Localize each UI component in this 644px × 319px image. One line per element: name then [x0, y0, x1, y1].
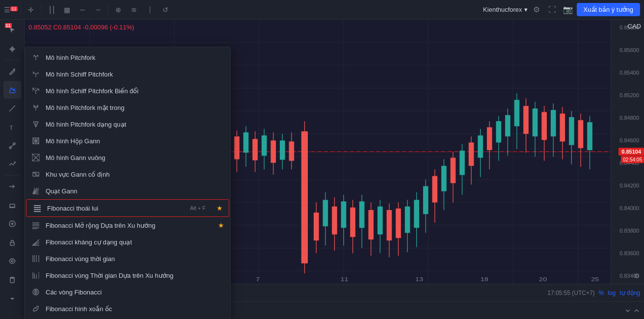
- svg-rect-183: [560, 113, 565, 141]
- toolbar-indicator-icon[interactable]: ≋: [127, 3, 141, 17]
- menu-item-fib-ret-star[interactable]: ★: [216, 204, 223, 212]
- toolbar-area-icon[interactable]: ╌: [91, 3, 105, 17]
- menu-item-gann-box[interactable]: Mô hình Hộp Gann: [25, 133, 230, 149]
- toolbar-alert-icon[interactable]: ⏐: [143, 3, 157, 17]
- svg-rect-185: [569, 117, 574, 145]
- bottom-right: 17:05:55 (UTC+7) % log tự động: [547, 290, 640, 296]
- top-toolbar: ☰ 11 ✛ ⎥⎥ ▦ ─ ╌ ⊕ ≋ ⏐ ↺ Kienthucforex ▾ …: [0, 0, 644, 20]
- menu-item-gann-fixed-label: Khu vực Gann cố định: [46, 171, 224, 178]
- menu-item-fib-ext[interactable]: Fibonacci Mở rộng Dựa trên Xu hướng ★: [25, 217, 230, 234]
- current-price-badge: 0.85104: [618, 148, 644, 156]
- price-tick-6: 0.84600: [613, 137, 642, 143]
- price-tick-9: 0.84000: [613, 205, 642, 211]
- menu-item-fib-time[interactable]: Fibonacci vùng thời gian: [25, 250, 230, 267]
- fib-time-icon: [31, 254, 41, 264]
- sidebar-forecast-tool[interactable]: [3, 156, 21, 173]
- price-tick-8: 0.84200: [613, 183, 642, 188]
- menu-item-fib-fan[interactable]: Fibonacci kháng cự dạng quạt: [25, 234, 230, 250]
- svg-text:7: 7: [256, 276, 260, 282]
- sidebar-crosshair-tool[interactable]: [3, 40, 21, 58]
- menu-item-fib-ret[interactable]: Fibonacci thoái lui Alt + F ★: [26, 199, 229, 217]
- menu-item-schiff2[interactable]: Mô hình Schiff Pitchfork Biến đổi: [25, 82, 230, 99]
- toolbar-separator-1: [21, 5, 21, 15]
- svg-rect-157: [441, 166, 447, 191]
- sidebar-text-tool[interactable]: T: [3, 118, 21, 136]
- svg-rect-17: [10, 278, 14, 283]
- settings-button[interactable]: ⚙: [530, 3, 543, 17]
- svg-rect-173: [514, 100, 520, 126]
- percent-toggle[interactable]: %: [599, 290, 604, 296]
- sidebar-lock-tool[interactable]: [3, 234, 21, 251]
- svg-rect-171: [505, 115, 510, 136]
- tab-collapse-button[interactable]: [624, 307, 640, 314]
- menu-item-schiff-label: Mô hình Schiff Pitchfork: [46, 71, 224, 78]
- svg-point-16: [11, 260, 13, 262]
- timestamp-display: 17:05:55 (UTC+7): [547, 290, 594, 296]
- log-toggle[interactable]: log: [608, 290, 616, 296]
- menu-item-fib-time2[interactable]: Fibonacci vùng Thời gian Dựa trên Xu hướ…: [25, 267, 230, 284]
- menu-item-fib-ext-star[interactable]: ★: [218, 221, 224, 229]
- svg-line-4: [9, 106, 15, 111]
- svg-rect-127: [301, 132, 308, 264]
- menu-item-pitchfork2-label: Mô hình Pitchfork mặt trong: [46, 104, 224, 111]
- svg-rect-163: [469, 142, 474, 166]
- chart-ohlc: 0.85052 C0.85104 -0.00096 (-0.11%): [28, 24, 134, 31]
- svg-rect-113: [234, 136, 240, 160]
- sidebar-eraser-tool[interactable]: [3, 196, 21, 214]
- sidebar-eye-tool[interactable]: [3, 252, 21, 270]
- sidebar-add-tool[interactable]: [3, 215, 21, 233]
- user-name[interactable]: Kienthucforex ▾: [483, 6, 528, 13]
- menu-item-pitchfork2[interactable]: Mô hình Pitchfork mặt trong: [25, 99, 230, 116]
- sidebar-arrow-tool[interactable]: [3, 178, 21, 195]
- svg-line-8: [10, 144, 14, 148]
- sidebar-pen-tool[interactable]: [3, 62, 21, 80]
- svg-rect-153: [423, 186, 429, 214]
- menu-item-gann-fixed[interactable]: Khu vực Gann cố định: [25, 166, 230, 183]
- toolbar-crosshair-icon[interactable]: ✛: [24, 3, 38, 17]
- svg-rect-151: [414, 200, 419, 228]
- main-content: 11 T: [0, 20, 644, 319]
- cad-label: CAD: [628, 23, 641, 30]
- menu-item-schiff2-label: Mô hình Schiff Pitchfork Biến đổi: [46, 87, 224, 95]
- menu-item-gann-fan[interactable]: Quạt Gann: [25, 183, 230, 199]
- menu-item-fib-circ[interactable]: Các vòng Fibonacci: [25, 284, 230, 300]
- svg-text:18: 18: [481, 276, 488, 282]
- menu-icon[interactable]: ☰ 11: [4, 3, 18, 17]
- menu-item-gann-sq[interactable]: Mô hình Gann vuông: [25, 149, 230, 166]
- toolbar-candle-icon[interactable]: ▦: [60, 3, 74, 17]
- menu-item-schiff[interactable]: Mô hình Schiff Pitchfork: [25, 66, 230, 82]
- auto-toggle[interactable]: tự động: [619, 290, 640, 296]
- price-axis: CAD 0.85800 0.85600 0.85400 0.85200 0.85…: [611, 20, 644, 284]
- sidebar-line-tool[interactable]: [3, 100, 21, 117]
- sidebar-pattern-tool[interactable]: [3, 81, 21, 99]
- toolbar-bar-icon[interactable]: ⎥⎥: [44, 3, 58, 17]
- fib-ret-icon: [32, 203, 42, 213]
- toolbar-line-chart-icon[interactable]: ─: [76, 3, 89, 17]
- svg-rect-155: [432, 176, 437, 203]
- menu-item-pitchfork3[interactable]: Mô hình Pitchfork dạng quạt: [25, 116, 230, 133]
- toolbar-compare-icon[interactable]: ⊕: [111, 3, 125, 17]
- price-tick-3: 0.85400: [613, 70, 642, 76]
- sidebar-trash-tool[interactable]: [3, 271, 21, 289]
- menu-item-pitchfork[interactable]: Mô hình Pitchfork: [25, 49, 230, 66]
- svg-rect-121: [270, 140, 276, 163]
- svg-rect-189: [587, 122, 592, 150]
- svg-rect-175: [523, 106, 529, 134]
- sidebar-node-tool[interactable]: [3, 137, 21, 155]
- sidebar-sep-1: [5, 60, 20, 60]
- gann-fixed-icon: [31, 169, 41, 179]
- menu-item-fib-ret-shortcut: Alt + F: [190, 205, 206, 211]
- axis-settings-icon[interactable]: ⚙: [634, 272, 640, 280]
- toolbar-replay-icon[interactable]: ↺: [159, 3, 172, 17]
- pitchfork-icon: [31, 53, 41, 62]
- gann-fan-icon: [31, 186, 41, 196]
- svg-rect-179: [541, 112, 547, 140]
- snapshot-button[interactable]: 📷: [561, 3, 575, 17]
- price-tick-5: 0.84800: [613, 115, 642, 121]
- menu-item-fib-spiral[interactable]: Fibonacci hình xoắn ốc: [25, 300, 230, 317]
- menu-item-gann-sq-label: Mô hình Gann vuông: [46, 154, 224, 161]
- fullscreen-button[interactable]: ⛶: [545, 3, 559, 17]
- publish-button[interactable]: Xuất bản ý tưởng: [577, 3, 640, 16]
- sidebar-cursor-tool[interactable]: 11: [3, 22, 21, 39]
- sidebar-more-tool[interactable]: [3, 290, 21, 307]
